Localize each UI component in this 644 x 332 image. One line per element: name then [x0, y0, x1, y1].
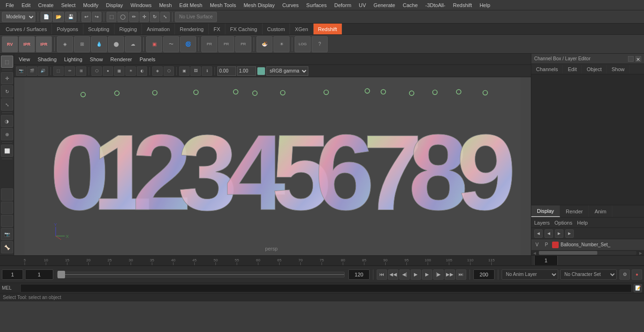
- redo-button[interactable]: ↪: [92, 12, 101, 22]
- le-action-right2[interactable]: ►: [565, 229, 574, 238]
- shelf-tab-redshift[interactable]: Redshift: [314, 24, 342, 34]
- le-action-left2[interactable]: ◄: [545, 229, 553, 238]
- cb-tab-edit[interactable]: Edit: [563, 65, 582, 73]
- viewport-menu-show[interactable]: Show: [88, 57, 105, 62]
- pb-auto-key-btn[interactable]: ●: [632, 269, 642, 280]
- le-menu-options[interactable]: Options: [554, 220, 572, 226]
- pb-no-character-set[interactable]: No Character Set: [560, 269, 617, 280]
- shelf-tab-fx[interactable]: FX: [209, 24, 225, 34]
- shelf-icon-drop[interactable]: 💧: [91, 36, 107, 52]
- menu-edit-mesh[interactable]: Edit Mesh: [175, 1, 206, 9]
- menu-modify[interactable]: Modify: [79, 1, 102, 9]
- vp-audio-icon[interactable]: 🔊: [38, 66, 48, 76]
- shelf-tab-animation[interactable]: Animation: [142, 24, 175, 34]
- layer-row[interactable]: V P Balloons_Number_Set_: [531, 239, 644, 251]
- vp-gamma-mult[interactable]: [237, 66, 256, 76]
- menu-help[interactable]: Help: [476, 1, 494, 9]
- menu-uv[interactable]: UV: [355, 1, 370, 9]
- snap-icon[interactable]: ⊕: [1, 128, 13, 140]
- lasso-tool[interactable]: ◯: [117, 12, 128, 22]
- move-icon[interactable]: ✛: [1, 72, 13, 84]
- menu-create[interactable]: Create: [34, 1, 58, 9]
- pb-range-handle[interactable]: [58, 271, 65, 278]
- vp-color-profile[interactable]: sRGB gamma: [266, 66, 308, 76]
- shelf-icon-cube-red[interactable]: ▣: [146, 36, 162, 52]
- shelf-icon-question[interactable]: ?: [312, 36, 328, 52]
- menu-windows[interactable]: Windows: [127, 1, 156, 9]
- shelf-icon-ipr2[interactable]: IPR: [36, 36, 52, 52]
- undo-button[interactable]: ↩: [82, 12, 91, 22]
- le-action-right[interactable]: ►: [555, 229, 563, 238]
- vp-shadow-icon[interactable]: ◐: [137, 66, 147, 76]
- scroll-right-btn[interactable]: ►: [637, 251, 644, 256]
- save-scene-button[interactable]: 💾: [65, 12, 76, 22]
- vp-film-icon[interactable]: 🎬: [27, 66, 37, 76]
- le-menu-help[interactable]: Help: [577, 220, 588, 226]
- new-scene-button[interactable]: 📄: [41, 12, 52, 22]
- viewport-menu-lighting[interactable]: Lighting: [62, 57, 84, 62]
- pb-start-frame[interactable]: [2, 269, 23, 280]
- shelf-icon-wave[interactable]: 〜: [163, 36, 179, 52]
- vp-camera-icon[interactable]: 📷: [16, 66, 26, 76]
- menu-display[interactable]: Display: [102, 1, 127, 9]
- le-tab-anim[interactable]: Anim: [589, 205, 612, 217]
- vp-grid-icon[interactable]: ⊞: [76, 66, 86, 76]
- vp-gamma-value[interactable]: [217, 66, 236, 76]
- pb-range-slider[interactable]: [57, 272, 345, 277]
- camera-icon[interactable]: 📷: [1, 228, 13, 240]
- shelf-icon-ball[interactable]: ⬤: [108, 36, 124, 52]
- scroll-left-btn[interactable]: ◄: [531, 251, 538, 256]
- menu-mesh-tools[interactable]: Mesh Tools: [206, 1, 239, 9]
- pb-end-frame[interactable]: [348, 269, 370, 280]
- menu-mesh-display[interactable]: Mesh Display: [240, 1, 279, 9]
- shelf-icon-pr3[interactable]: PR: [235, 36, 251, 52]
- cb-tab-object[interactable]: Object: [582, 65, 607, 73]
- menu-redshift[interactable]: Redshift: [449, 1, 476, 9]
- menu-select[interactable]: Select: [58, 1, 80, 9]
- vp-img-plane-icon[interactable]: 🖼: [190, 66, 201, 76]
- vp-paint-icon[interactable]: ✏: [65, 66, 75, 76]
- vp-light-icon[interactable]: ☀: [125, 66, 136, 76]
- paint-select[interactable]: ✏: [129, 12, 139, 22]
- scroll-track[interactable]: [539, 251, 636, 255]
- cb-tab-channels[interactable]: Channels: [531, 65, 563, 73]
- menu-surfaces[interactable]: Surfaces: [303, 1, 330, 9]
- menu-mesh[interactable]: Mesh: [155, 1, 175, 9]
- le-tab-render[interactable]: Render: [560, 205, 589, 217]
- shelf-icon-render-bowl[interactable]: 🍜: [256, 36, 272, 52]
- vp-iso-icon[interactable]: ◈: [152, 66, 163, 76]
- vp-texture-icon[interactable]: ▦: [114, 66, 124, 76]
- vp-hud-icon[interactable]: ℹ: [202, 66, 212, 76]
- panel-pin-icon[interactable]: [628, 56, 634, 62]
- menu-edit[interactable]: Edit: [18, 1, 34, 9]
- vp-select-icon[interactable]: ⬚: [53, 66, 64, 76]
- menu-file[interactable]: File: [2, 1, 18, 9]
- pb-current-frame[interactable]: [25, 269, 53, 280]
- scale-icon[interactable]: ⤡: [1, 98, 13, 111]
- pb-settings-btn[interactable]: ⚙: [619, 269, 630, 280]
- pb-skip-fwd-btn[interactable]: ⏭: [456, 269, 466, 280]
- shelf-icon-render-light[interactable]: ☀: [273, 36, 289, 52]
- paint-effects-icon[interactable]: [1, 188, 13, 201]
- pb-prev-frame-btn[interactable]: ◀|: [399, 269, 410, 280]
- timeline-current-frame[interactable]: [534, 255, 558, 266]
- rigging-icon[interactable]: 🦴: [1, 241, 13, 253]
- pb-step-back-btn[interactable]: ◀◀: [388, 269, 398, 280]
- menu-cache[interactable]: Cache: [399, 1, 421, 9]
- shelf-icon-diamond[interactable]: ◈: [57, 36, 73, 52]
- no-live-surface[interactable]: No Live Surface: [175, 12, 217, 22]
- shelf-tab-fx-caching[interactable]: FX Caching: [225, 24, 262, 34]
- move-tool[interactable]: ✛: [140, 12, 149, 22]
- scale-tool[interactable]: ⤡: [160, 12, 170, 22]
- select-tool-icon[interactable]: ⬚: [1, 56, 13, 68]
- vp-smooth-icon[interactable]: ●: [103, 66, 113, 76]
- pb-play-fwd-btn[interactable]: ▶: [422, 269, 432, 280]
- viewport-menu-panels[interactable]: Panels: [138, 57, 157, 62]
- cb-tab-show[interactable]: Show: [607, 65, 630, 73]
- shelf-icon-grid[interactable]: ⊞: [74, 36, 90, 52]
- workspace-preset[interactable]: Modeling: [2, 12, 35, 22]
- pb-anim-range-end[interactable]: [473, 269, 495, 280]
- shelf-tab-polygons[interactable]: Polygons: [52, 24, 83, 34]
- le-tab-display[interactable]: Display: [531, 205, 560, 217]
- shelf-icon-log[interactable]: LOG: [295, 36, 311, 52]
